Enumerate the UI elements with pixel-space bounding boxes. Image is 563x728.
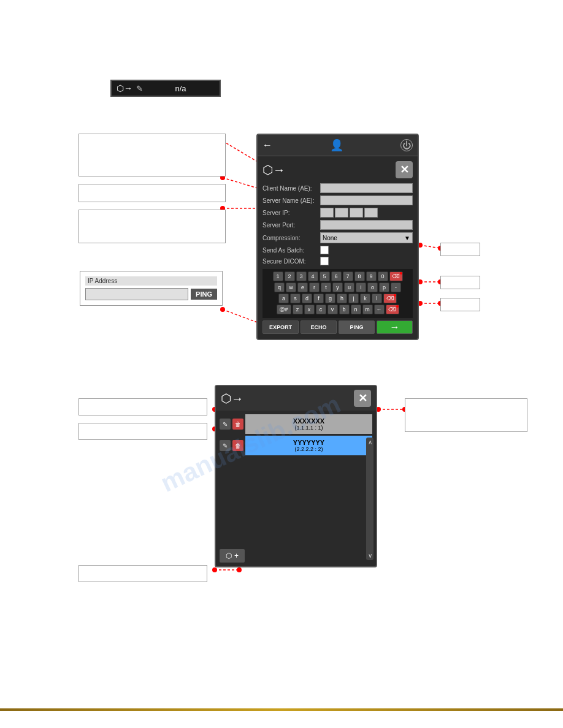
key-e[interactable]: e <box>297 282 308 292</box>
person-icon: 👤 <box>330 138 343 152</box>
key-0[interactable]: 0 <box>378 271 388 281</box>
back-button[interactable]: ← <box>262 140 272 151</box>
secure-dicom-checkbox[interactable] <box>320 257 329 265</box>
dicom-dialog-top: ← 👤 ⏻ ⬡→ ✕ Client Name (AE): Server Name… <box>256 134 419 340</box>
server-ip-seg3[interactable] <box>350 208 363 218</box>
key-9[interactable]: 9 <box>366 271 377 281</box>
top-toolbar: ⬡→ ✎ n/a <box>110 80 221 97</box>
svg-line-4 <box>420 245 440 248</box>
list-item-row-2: ✎ 🗑 YYYYYYY (2.2.2.2 : 2) <box>220 436 372 455</box>
scroll-up-button[interactable]: ∧ <box>368 439 372 446</box>
list-annotation-bottom <box>79 565 207 582</box>
compression-label: Compression: <box>262 235 318 241</box>
list-body: ✎ 🗑 XXXXXXX (1.1.1.1 : 1) ✎ 🗑 YYYYYYY (2… <box>216 411 376 545</box>
list-close-button[interactable]: ✕ <box>354 390 371 407</box>
key-j[interactable]: j <box>348 294 359 303</box>
key-5[interactable]: 5 <box>320 271 330 281</box>
list-export-icon: ⬡→ <box>221 391 243 406</box>
list-item-ip-1: (1.1.1.1 : 1) <box>294 425 323 431</box>
dicom-dialog-list: ⬡→ ✕ ✎ 🗑 XXXXXXX (1.1.1.1 : 1) ✎ 🗑 YYYYY… <box>215 385 377 567</box>
list-annotation-left-1 <box>79 398 207 415</box>
key-p[interactable]: p <box>379 282 389 292</box>
list-footer: ⬡ + <box>216 545 376 566</box>
key-backspace-1[interactable]: ⌫ <box>389 271 403 281</box>
dialog-close-button[interactable]: ✕ <box>396 161 413 178</box>
key-1[interactable]: 1 <box>273 271 283 281</box>
dialog-ping-button[interactable]: PING <box>339 320 375 334</box>
compression-value: None <box>323 235 337 241</box>
key-4[interactable]: 4 <box>308 271 318 281</box>
echo-button[interactable]: ECHO <box>301 320 337 334</box>
key-f[interactable]: f <box>313 294 324 303</box>
export-icon: ⬡→ <box>117 83 132 93</box>
server-ip-input-group <box>320 208 413 218</box>
key-u[interactable]: u <box>344 282 354 292</box>
key-left-arrow[interactable]: ← <box>374 305 385 314</box>
key-r[interactable]: r <box>309 282 320 292</box>
list-item-delete-2[interactable]: 🗑 <box>232 440 243 451</box>
key-s[interactable]: s <box>290 294 301 303</box>
svg-point-31 <box>212 567 217 572</box>
key-x[interactable]: x <box>304 305 315 314</box>
add-server-icon: ⬡ <box>226 552 232 560</box>
server-name-input[interactable] <box>320 195 413 205</box>
server-ip-seg1[interactable] <box>320 208 334 218</box>
key-w[interactable]: w <box>286 282 296 292</box>
key-symbols[interactable]: @# <box>277 305 291 314</box>
key-2[interactable]: 2 <box>285 271 295 281</box>
key-a[interactable]: a <box>278 294 289 303</box>
list-item-name-1: XXXXXXX <box>293 417 324 425</box>
list-item-ip-2: (2.2.2.2 : 2) <box>294 446 323 452</box>
key-7[interactable]: 7 <box>343 271 353 281</box>
key-d[interactable]: d <box>302 294 312 303</box>
key-3[interactable]: 3 <box>296 271 307 281</box>
list-item-content-1[interactable]: XXXXXXX (1.1.1.1 : 1) <box>245 414 372 434</box>
key-k[interactable]: k <box>360 294 370 303</box>
list-item-delete-1[interactable]: 🗑 <box>232 419 243 430</box>
key-m[interactable]: m <box>362 305 373 314</box>
key-t[interactable]: t <box>321 282 331 292</box>
virtual-keyboard: 1 2 3 4 5 6 7 8 9 0 ⌫ q w e r t y u i <box>262 269 413 318</box>
add-server-button[interactable]: ⬡ + <box>220 549 245 563</box>
right-annotation-2 <box>440 276 480 289</box>
list-annotation-right-1 <box>405 398 527 432</box>
server-ip-seg4[interactable] <box>364 208 378 218</box>
key-6[interactable]: 6 <box>331 271 342 281</box>
go-button[interactable]: → <box>377 320 413 334</box>
ping-button[interactable]: PING <box>191 289 217 300</box>
key-i[interactable]: i <box>356 282 366 292</box>
key-n[interactable]: n <box>351 305 361 314</box>
list-scrollbar[interactable]: ∧ ∨ <box>366 438 373 560</box>
key-o[interactable]: o <box>367 282 378 292</box>
list-item-edit-1[interactable]: ✎ <box>220 419 231 430</box>
annotation-box-2 <box>79 184 226 202</box>
list-item-row-1: ✎ 🗑 XXXXXXX (1.1.1.1 : 1) <box>220 414 372 434</box>
ip-address-input[interactable] <box>85 288 188 300</box>
power-icon[interactable]: ⏻ <box>400 139 413 151</box>
key-c[interactable]: c <box>316 305 326 314</box>
key-v[interactable]: v <box>327 305 338 314</box>
key-8[interactable]: 8 <box>354 271 365 281</box>
list-item-content-2[interactable]: YYYYYYY (2.2.2.2 : 2) <box>245 436 372 455</box>
export-button[interactable]: EXPORT <box>262 320 299 334</box>
key-dash[interactable]: - <box>391 282 401 292</box>
key-backspace-3[interactable]: ⌫ <box>386 305 399 314</box>
server-port-input[interactable] <box>320 220 413 230</box>
server-ip-seg2[interactable] <box>335 208 348 218</box>
client-name-input[interactable] <box>320 183 413 193</box>
key-backspace-2[interactable]: ⌫ <box>383 294 397 303</box>
key-y[interactable]: y <box>332 282 343 292</box>
send-as-batch-checkbox[interactable] <box>320 246 329 254</box>
compression-select[interactable]: None ▼ <box>320 232 413 243</box>
key-q[interactable]: q <box>274 282 285 292</box>
ip-ping-section: IP Address PING <box>80 271 223 306</box>
key-b[interactable]: b <box>339 305 350 314</box>
key-l[interactable]: l <box>372 294 382 303</box>
scroll-down-button[interactable]: ∨ <box>368 552 372 559</box>
list-annotation-left-2 <box>79 423 207 440</box>
key-g[interactable]: g <box>325 294 335 303</box>
key-z[interactable]: z <box>293 305 303 314</box>
key-h[interactable]: h <box>337 294 347 303</box>
list-item-edit-2[interactable]: ✎ <box>220 440 231 451</box>
dialog-header: ← 👤 ⏻ <box>258 135 418 156</box>
